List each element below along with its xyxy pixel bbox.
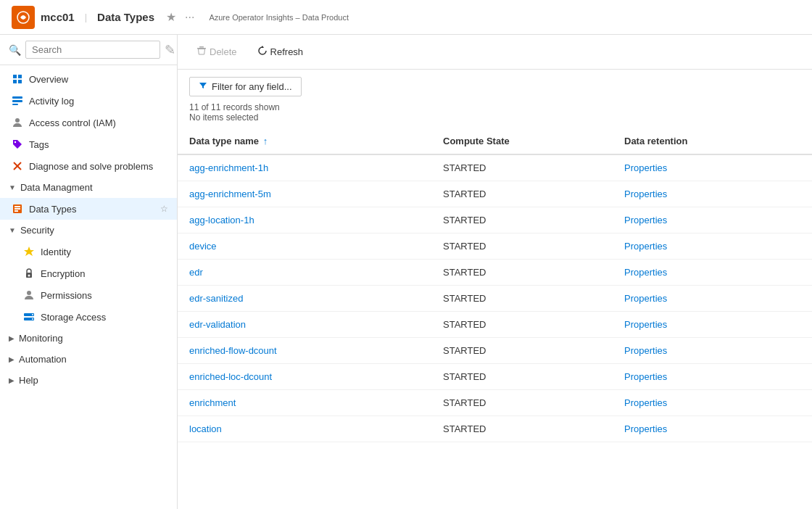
encryption-icon bbox=[23, 268, 35, 279]
compute-state-cell: STARTED bbox=[431, 181, 613, 207]
table-body: agg-enrichment-1hSTARTEDPropertiesagg-en… bbox=[178, 154, 812, 442]
svg-point-9 bbox=[14, 141, 16, 143]
svg-point-18 bbox=[28, 275, 30, 277]
data-type-link[interactable]: enriched-flow-dcount bbox=[189, 345, 277, 356]
sidebar-item-overview-label: Overview bbox=[29, 74, 168, 85]
sidebar-search-container: 🔍 ✎ « bbox=[0, 35, 177, 65]
storage-access-icon bbox=[23, 311, 35, 323]
compute-state-cell: STARTED bbox=[431, 338, 613, 364]
col-header-state[interactable]: Compute State bbox=[431, 128, 613, 154]
svg-rect-14 bbox=[14, 208, 20, 210]
sidebar-item-data-types[interactable]: Data Types ☆ bbox=[0, 198, 177, 220]
sidebar-item-identity[interactable]: Identity bbox=[0, 241, 177, 262]
tags-icon bbox=[12, 138, 23, 150]
page-title: Data Types bbox=[97, 11, 154, 23]
retention-properties-link[interactable]: Properties bbox=[624, 215, 667, 225]
retention-properties-link[interactable]: Properties bbox=[624, 319, 667, 330]
data-type-link[interactable]: agg-enrichment-5m bbox=[189, 189, 271, 199]
refresh-button-label: Refresh bbox=[270, 46, 304, 57]
sidebar-item-activity-log-label: Activity log bbox=[29, 96, 168, 107]
compute-state-cell: STARTED bbox=[431, 233, 613, 260]
data-type-link[interactable]: enrichment bbox=[189, 397, 236, 408]
sidebar-section-automation[interactable]: ▶ Automation bbox=[0, 349, 177, 370]
refresh-button[interactable]: Refresh bbox=[250, 42, 311, 62]
pen-icon[interactable]: ✎ bbox=[165, 42, 175, 58]
retention-properties-link[interactable]: Properties bbox=[624, 267, 667, 278]
retention-properties-link[interactable]: Properties bbox=[624, 371, 667, 382]
table-row: edrSTARTEDProperties bbox=[178, 260, 812, 286]
retention-properties-link[interactable]: Properties bbox=[624, 241, 667, 252]
search-icon: 🔍 bbox=[9, 44, 21, 56]
delete-button[interactable]: Delete bbox=[189, 42, 244, 62]
sidebar-item-data-types-label: Data Types bbox=[29, 204, 154, 215]
table-row: agg-location-1hSTARTEDProperties bbox=[178, 207, 812, 233]
app-icon bbox=[12, 6, 35, 29]
data-type-link[interactable]: enriched-loc-dcount bbox=[189, 371, 272, 382]
sidebar-item-permissions-label: Permissions bbox=[41, 290, 92, 301]
compute-state-cell: STARTED bbox=[431, 154, 613, 181]
filter-bar: Filter for any field... bbox=[178, 70, 812, 99]
sidebar-section-automation-label: Automation bbox=[19, 354, 67, 365]
sidebar-item-permissions[interactable]: Permissions bbox=[0, 284, 177, 306]
data-type-link[interactable]: edr-validation bbox=[189, 319, 246, 330]
sidebar-section-monitoring[interactable]: ▶ Monitoring bbox=[0, 328, 177, 349]
table-row: edr-validationSTARTEDProperties bbox=[178, 312, 812, 338]
filter-button[interactable]: Filter for any field... bbox=[189, 77, 302, 96]
retention-properties-link[interactable]: Properties bbox=[624, 162, 667, 173]
sidebar-item-encryption[interactable]: Encryption bbox=[0, 262, 177, 284]
title-separator: | bbox=[85, 12, 87, 22]
sidebar-section-data-management[interactable]: ▼ Data Managment bbox=[0, 177, 177, 198]
data-type-link[interactable]: edr bbox=[189, 267, 203, 278]
sidebar-item-storage-access-label: Storage Access bbox=[41, 312, 106, 323]
data-types-star[interactable]: ☆ bbox=[160, 204, 168, 214]
col-header-name[interactable]: Data type name ↑ bbox=[178, 128, 431, 154]
monitoring-chevron: ▶ bbox=[9, 334, 14, 342]
favorite-star[interactable]: ★ bbox=[166, 10, 176, 24]
data-type-link[interactable]: device bbox=[189, 241, 217, 252]
filter-button-label: Filter for any field... bbox=[212, 81, 292, 92]
refresh-icon bbox=[257, 46, 268, 58]
data-type-link[interactable]: agg-location-1h bbox=[189, 215, 254, 225]
table-row: enriched-flow-dcountSTARTEDProperties bbox=[178, 338, 812, 364]
retention-properties-link[interactable]: Properties bbox=[624, 423, 667, 434]
sidebar-section-help[interactable]: ▶ Help bbox=[0, 370, 177, 391]
sidebar-item-tags-label: Tags bbox=[29, 139, 168, 150]
table-row: deviceSTARTEDProperties bbox=[178, 233, 812, 260]
svg-rect-4 bbox=[18, 80, 22, 83]
data-type-link[interactable]: agg-enrichment-1h bbox=[189, 162, 268, 173]
sidebar-section-security[interactable]: ▼ Security bbox=[0, 220, 177, 241]
search-input[interactable] bbox=[25, 41, 160, 59]
svg-rect-13 bbox=[14, 206, 20, 207]
sidebar-item-tags[interactable]: Tags bbox=[0, 133, 177, 155]
compute-state-cell: STARTED bbox=[431, 286, 613, 312]
data-management-chevron: ▼ bbox=[9, 183, 16, 191]
sidebar-item-access-control-label: Access control (IAM) bbox=[29, 117, 168, 128]
data-type-link[interactable]: location bbox=[189, 423, 222, 434]
table-row: enrichmentSTARTEDProperties bbox=[178, 390, 812, 416]
sidebar-item-diagnose[interactable]: Diagnose and solve problems bbox=[0, 155, 177, 177]
records-info: 11 of 11 records shown No items selected bbox=[178, 99, 812, 128]
table-row: agg-enrichment-1hSTARTEDProperties bbox=[178, 154, 812, 181]
more-options[interactable]: ··· bbox=[185, 11, 194, 24]
retention-properties-link[interactable]: Properties bbox=[624, 293, 667, 304]
retention-properties-link[interactable]: Properties bbox=[624, 189, 667, 199]
svg-point-22 bbox=[32, 314, 33, 315]
retention-properties-link[interactable]: Properties bbox=[624, 345, 667, 356]
sidebar-section-security-label: Security bbox=[20, 225, 54, 236]
sidebar-item-activity-log[interactable]: Activity log bbox=[0, 90, 177, 112]
toolbar: Delete Refresh bbox=[178, 35, 812, 70]
top-bar: mcc01 | Data Types ★ ··· Azure Operator … bbox=[0, 0, 812, 35]
sidebar-item-encryption-label: Encryption bbox=[41, 268, 85, 279]
compute-state-cell: STARTED bbox=[431, 364, 613, 390]
table-row: locationSTARTEDProperties bbox=[178, 416, 812, 442]
data-type-link[interactable]: edr-sanitized bbox=[189, 293, 243, 304]
main-content: Delete Refresh Filter for any field... 1… bbox=[178, 35, 812, 509]
retention-properties-link[interactable]: Properties bbox=[624, 397, 667, 408]
col-header-retention[interactable]: Data retention bbox=[613, 128, 812, 154]
delete-button-label: Delete bbox=[210, 46, 237, 57]
sidebar-item-storage-access[interactable]: Storage Access bbox=[0, 306, 177, 328]
sidebar-item-overview[interactable]: Overview bbox=[0, 68, 177, 90]
sidebar-item-access-control[interactable]: Access control (IAM) bbox=[0, 112, 177, 133]
svg-rect-6 bbox=[12, 100, 22, 102]
svg-point-8 bbox=[15, 118, 20, 123]
